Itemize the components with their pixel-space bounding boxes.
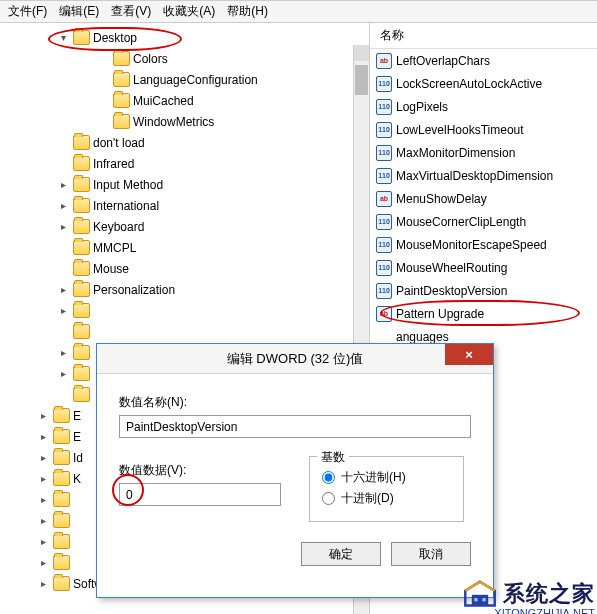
tree-node[interactable]: ▸: [0, 321, 369, 342]
value-row[interactable]: abMenuShowDelay: [370, 187, 597, 210]
folder-icon: [73, 387, 90, 402]
value-row[interactable]: 110MouseWheelRouting: [370, 256, 597, 279]
value-row[interactable]: 110MaxMonitorDimension: [370, 141, 597, 164]
expander-icon[interactable]: ▸: [58, 221, 69, 232]
dword-value-icon: 110: [376, 168, 392, 184]
expander-icon[interactable]: ▸: [38, 515, 49, 526]
expander-icon[interactable]: ▸: [38, 452, 49, 463]
menu-edit[interactable]: 编辑(E): [59, 3, 99, 20]
value-name-label: 数值名称(N):: [119, 394, 471, 411]
expander-icon[interactable]: ▸: [58, 305, 69, 316]
scroll-up-button[interactable]: [354, 45, 369, 61]
tree-node-label: Personalization: [93, 283, 175, 297]
expander-icon[interactable]: ▸: [38, 473, 49, 484]
tree-node[interactable]: ▸WindowMetrics: [0, 111, 369, 132]
radix-hex-label: 十六进制(H): [341, 469, 406, 486]
tree-node[interactable]: ▸Keyboard: [0, 216, 369, 237]
value-row[interactable]: 110MouseMonitorEscapeSpeed: [370, 233, 597, 256]
menu-file[interactable]: 文件(F): [8, 3, 47, 20]
tree-node-label: Id: [73, 451, 83, 465]
dword-value-icon: 110: [376, 283, 392, 299]
folder-icon: [73, 366, 90, 381]
tree-node[interactable]: ▸LanguageConfiguration: [0, 69, 369, 90]
radix-group: 基数 十六进制(H) 十进制(D): [309, 456, 464, 522]
tree-node-label: Infrared: [93, 157, 134, 171]
value-row[interactable]: 110LockScreenAutoLockActive: [370, 72, 597, 95]
tree-node[interactable]: ▸MuiCached: [0, 90, 369, 111]
folder-icon: [73, 282, 90, 297]
svg-rect-4: [474, 598, 477, 601]
tree-node[interactable]: ▸don't load: [0, 132, 369, 153]
tree-node-label: LanguageConfiguration: [133, 73, 258, 87]
column-header-name[interactable]: 名称: [370, 23, 597, 49]
tree-node-label: MuiCached: [133, 94, 194, 108]
tree-node-label: Mouse: [93, 262, 129, 276]
expander-icon[interactable]: ▸: [38, 557, 49, 568]
tree-node[interactable]: ▸MMCPL: [0, 237, 369, 258]
value-row[interactable]: 110MaxVirtualDesktopDimension: [370, 164, 597, 187]
tree-node[interactable]: ▸Input Method: [0, 174, 369, 195]
value-name: LeftOverlapChars: [396, 54, 490, 68]
dword-value-icon: 110: [376, 122, 392, 138]
tree-node-label: Desktop: [93, 31, 137, 45]
folder-icon: [53, 471, 70, 486]
expander-icon[interactable]: ▸: [38, 536, 49, 547]
expander-icon[interactable]: ▸: [58, 179, 69, 190]
radix-dec-radio[interactable]: [322, 492, 335, 505]
menu-help[interactable]: 帮助(H): [227, 3, 268, 20]
expander-icon[interactable]: ▾: [58, 32, 69, 43]
radix-hex-option[interactable]: 十六进制(H): [322, 469, 451, 486]
value-row[interactable]: 110MouseCornerClipLength: [370, 210, 597, 233]
value-row[interactable]: 110LogPixels: [370, 95, 597, 118]
folder-icon: [53, 555, 70, 570]
dialog-titlebar[interactable]: 编辑 DWORD (32 位)值 ×: [97, 344, 493, 374]
expander-icon[interactable]: ▸: [38, 578, 49, 589]
tree-node-label: K: [73, 472, 81, 486]
string-value-icon: ab: [376, 306, 392, 322]
value-data-input[interactable]: [119, 483, 281, 506]
value-data-label: 数值数据(V):: [119, 462, 281, 479]
expander-icon[interactable]: ▸: [38, 431, 49, 442]
tree-node[interactable]: ▾Desktop: [0, 27, 369, 48]
value-row[interactable]: 110LowLevelHooksTimeout: [370, 118, 597, 141]
close-icon[interactable]: ×: [445, 344, 493, 365]
tree-node-label: International: [93, 199, 159, 213]
folder-icon: [53, 513, 70, 528]
scroll-thumb[interactable]: [355, 65, 368, 95]
value-name-input[interactable]: [119, 415, 471, 438]
dword-value-icon: 110: [376, 145, 392, 161]
folder-icon: [53, 408, 70, 423]
tree-node[interactable]: ▸Personalization: [0, 279, 369, 300]
tree-node[interactable]: ▸: [0, 300, 369, 321]
cancel-button[interactable]: 取消: [391, 542, 471, 566]
tree-node[interactable]: ▸International: [0, 195, 369, 216]
folder-icon: [53, 450, 70, 465]
menu-favorites[interactable]: 收藏夹(A): [163, 3, 215, 20]
svg-rect-5: [482, 598, 485, 601]
tree-node[interactable]: ▸Infrared: [0, 153, 369, 174]
value-row[interactable]: abPattern Upgrade: [370, 302, 597, 325]
value-name: MenuShowDelay: [396, 192, 487, 206]
value-name: MouseWheelRouting: [396, 261, 507, 275]
folder-icon: [73, 324, 90, 339]
value-row[interactable]: abLeftOverlapChars: [370, 49, 597, 72]
value-name: anguages: [396, 330, 449, 344]
expander-icon[interactable]: ▸: [58, 284, 69, 295]
expander-icon[interactable]: ▸: [58, 200, 69, 211]
expander-icon[interactable]: ▸: [58, 368, 69, 379]
expander-icon[interactable]: ▸: [38, 494, 49, 505]
menu-view[interactable]: 查看(V): [111, 3, 151, 20]
tree-node[interactable]: ▸Colors: [0, 48, 369, 69]
ok-button[interactable]: 确定: [301, 542, 381, 566]
expander-icon[interactable]: ▸: [38, 410, 49, 421]
radix-legend: 基数: [317, 449, 349, 466]
dword-value-icon: 110: [376, 76, 392, 92]
folder-icon: [53, 576, 70, 591]
tree-node[interactable]: ▸Mouse: [0, 258, 369, 279]
svg-line-1: [465, 582, 480, 591]
watermark: 系统之家 XITONGZHIJIA.NET: [462, 579, 595, 614]
radix-hex-radio[interactable]: [322, 471, 335, 484]
value-row[interactable]: 110PaintDesktopVersion: [370, 279, 597, 302]
radix-dec-option[interactable]: 十进制(D): [322, 490, 451, 507]
expander-icon[interactable]: ▸: [58, 347, 69, 358]
